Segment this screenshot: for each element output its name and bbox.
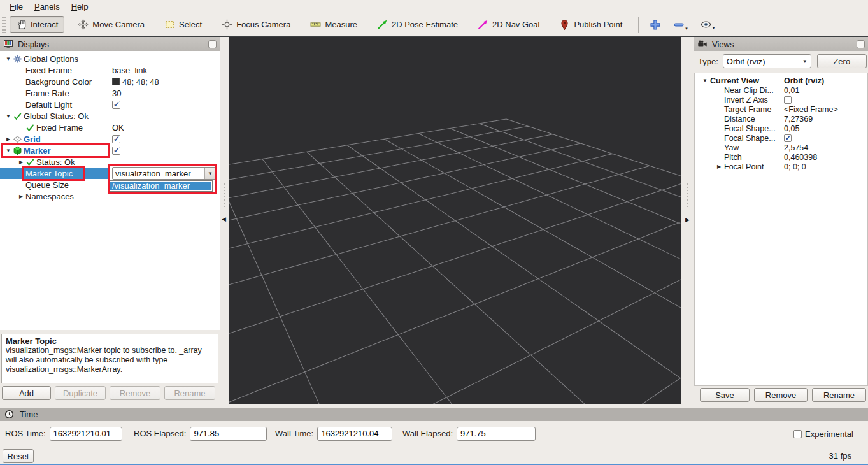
tree-row-namespaces[interactable]: ▶Namespaces	[0, 190, 220, 202]
collapse-left-arrow-icon[interactable]: ◀	[222, 216, 226, 222]
enabled-checkbox[interactable]	[112, 135, 120, 143]
expander-right-icon[interactable]: ▶	[17, 159, 25, 165]
views-row-value-cell: 0,05	[781, 124, 867, 133]
tree-row-value[interactable]: 48; 48; 48	[122, 77, 159, 87]
tool-select[interactable]: Select	[158, 16, 208, 33]
tree-row-label-cell: Frame Rate	[0, 87, 110, 99]
tree-row-global-options[interactable]: ▼Global Options	[0, 53, 220, 64]
time-field-input[interactable]	[457, 427, 536, 441]
views-row-value[interactable]: Orbit (rviz)	[784, 76, 824, 85]
topic-dropdown-option[interactable]: /visualization_marker	[110, 182, 211, 190]
tree-row-value[interactable]: base_link	[112, 66, 147, 75]
time-field-input[interactable]	[190, 427, 267, 441]
check-icon	[13, 111, 24, 121]
tool-publish-point[interactable]: Publish Point	[553, 16, 629, 33]
experimental-toggle[interactable]: Experimental	[793, 429, 853, 439]
clock-icon	[4, 410, 15, 419]
tree-row-default-light[interactable]: Default Light	[0, 99, 220, 110]
tree-row-marker[interactable]: ▼Marker	[0, 145, 220, 156]
view-type-value: Orbit (rviz)	[723, 57, 799, 66]
menu-bar: FilePanelsHelp	[0, 0, 868, 13]
expander-down-icon[interactable]: ▼	[700, 78, 710, 83]
tool-2d-pose-estimate[interactable]: 2D Pose Estimate	[371, 16, 464, 33]
menu-item-help[interactable]: Help	[66, 1, 94, 12]
chevron-down-icon: ▾	[713, 25, 715, 30]
views-float-button[interactable]	[857, 40, 865, 48]
views-row-value-cell: <Fixed Frame>	[781, 105, 867, 114]
time-field-input[interactable]	[50, 427, 122, 441]
reset-button[interactable]: Reset	[3, 449, 34, 463]
tree-row-value[interactable]: 30	[112, 89, 121, 98]
eye-icon	[700, 19, 712, 30]
time-field-wall-elapsed: Wall Elapsed:	[402, 427, 536, 440]
tree-row-value-cell	[110, 190, 220, 202]
expander-down-icon[interactable]: ▼	[4, 56, 13, 62]
right-splitter-gutter[interactable]: ▶	[681, 37, 694, 404]
views-row-value[interactable]: 0,01	[784, 86, 799, 95]
marker-topic-combobox[interactable]: visualization_marker▼	[112, 167, 216, 180]
tool-measure[interactable]: Measure	[304, 16, 364, 33]
tree-row-value-cell	[110, 99, 220, 110]
displays-float-button[interactable]	[208, 40, 217, 48]
expander-right-icon[interactable]: ▶	[714, 164, 724, 169]
collapse-right-arrow-icon[interactable]: ▶	[685, 217, 690, 223]
views-row-value[interactable]: 0,460398	[784, 153, 817, 162]
chevron-down-icon[interactable]: ▼	[204, 168, 215, 179]
tool-zoom-out[interactable]: ▾	[670, 17, 691, 32]
experimental-checkbox[interactable]	[793, 430, 802, 438]
expander-right-icon[interactable]: ▶	[4, 136, 13, 142]
views-row-value[interactable]: 0,05	[784, 124, 799, 133]
menu-item-file[interactable]: File	[4, 1, 29, 12]
tool-visibility[interactable]: ▾	[697, 17, 718, 32]
tool-interact[interactable]: Interact	[10, 16, 64, 33]
tree-row-background-color[interactable]: Background Color48; 48; 48	[0, 76, 220, 87]
views-row-checkbox[interactable]	[784, 96, 792, 104]
tool-move-camera[interactable]: Move Camera	[71, 16, 151, 33]
save-button-views[interactable]: Save	[700, 388, 750, 402]
views-column-divider[interactable]	[781, 73, 781, 385]
expander-right-icon[interactable]: ▶	[17, 194, 25, 199]
tree-row-marker-topic[interactable]: Marker Topicvisualization_marker▼	[0, 168, 220, 179]
tree-row-status-ok[interactable]: ▶Status: Ok	[0, 156, 220, 168]
views-row-value[interactable]: 0; 0; 0	[784, 162, 806, 171]
enabled-checkbox[interactable]	[112, 147, 120, 155]
views-row-value[interactable]: 2,5754	[784, 143, 808, 152]
right-gutter-grip	[687, 183, 688, 209]
views-row-label: Focal Shape...	[724, 124, 776, 133]
tree-row-global-status-ok[interactable]: ▼Global Status: Ok	[0, 110, 220, 122]
toolbar-grip[interactable]	[2, 17, 6, 33]
add-button[interactable]: Add	[2, 386, 51, 400]
topic-dropdown-popup[interactable]: /visualization_marker	[109, 180, 213, 192]
move-icon	[78, 19, 89, 30]
tree-row-frame-rate[interactable]: Frame Rate30	[0, 87, 220, 99]
tree-row-label: Global Status: Ok	[24, 111, 89, 121]
tool-focus-camera[interactable]: Focus Camera	[215, 16, 297, 33]
tree-row-grid[interactable]: ▶Grid	[0, 133, 220, 145]
tool-label: Focus Camera	[236, 20, 290, 29]
enabled-checkbox[interactable]	[112, 101, 120, 109]
views-row-checkbox[interactable]	[784, 134, 792, 142]
remove-button-views[interactable]: Remove	[754, 388, 808, 402]
rename-button-views[interactable]: Rename	[812, 388, 866, 402]
views-row-label: Pitch	[724, 153, 742, 162]
render-viewport-3d[interactable]	[229, 37, 681, 404]
menu-item-panels[interactable]: Panels	[29, 1, 66, 12]
tree-row-label: Background Color	[25, 77, 92, 87]
views-buttons-row: SaveRemoveRename	[700, 388, 867, 402]
view-type-combobox[interactable]: Orbit (rviz) ▼	[723, 54, 811, 68]
tree-row-fixed-frame[interactable]: Fixed FrameOK	[0, 122, 220, 133]
tool-zoom-in[interactable]	[646, 17, 664, 32]
views-row-value[interactable]: 7,27369	[784, 115, 813, 124]
expander-down-icon[interactable]: ▼	[4, 148, 13, 154]
tree-row-value[interactable]: OK	[112, 123, 124, 132]
expander-down-icon[interactable]: ▼	[4, 113, 13, 119]
time-field-input[interactable]	[317, 427, 392, 441]
tool-2d-nav-goal[interactable]: 2D Nav Goal	[471, 16, 546, 33]
left-splitter-gutter[interactable]: ◀	[220, 37, 229, 404]
views-row-value[interactable]: <Fixed Frame>	[784, 105, 838, 114]
tree-row-value-cell: OK	[110, 122, 220, 133]
views-row-label-cell: Pitch	[695, 152, 781, 162]
tree-row-label: Marker Topic	[25, 169, 73, 178]
zero-button[interactable]: Zero	[817, 54, 867, 68]
tree-row-fixed-frame[interactable]: Fixed Framebase_link	[0, 64, 220, 76]
